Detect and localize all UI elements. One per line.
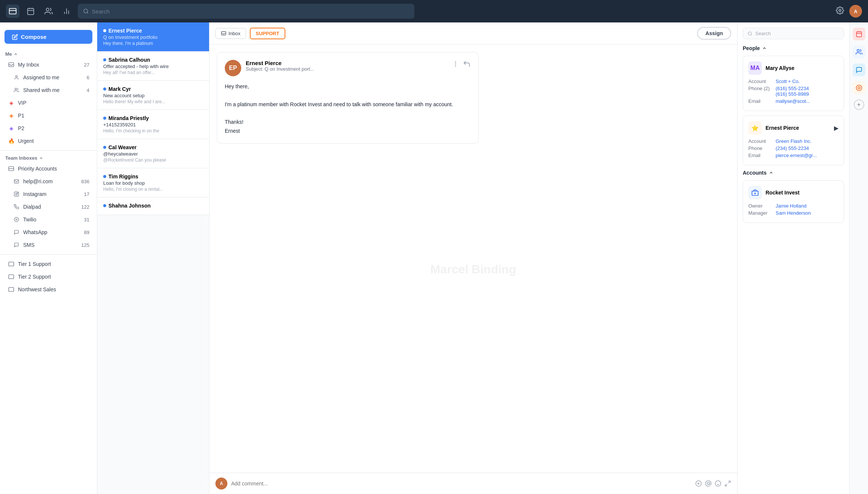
add-icon[interactable]	[695, 480, 702, 487]
right-panel: People MA Mary Allyse Account Scott + Co…	[737, 22, 849, 494]
sidebar-item-vip[interactable]: ◈ VIP	[2, 97, 95, 109]
sidebar-divider-2	[0, 254, 97, 255]
support-tag[interactable]: SUPPORT	[250, 28, 285, 39]
sidebar-item-sms[interactable]: SMS 125	[2, 239, 95, 251]
analytics-nav-icon[interactable]	[60, 4, 73, 18]
svg-rect-0	[9, 9, 16, 14]
sidebar-item-instagram[interactable]: Instagram 17	[2, 188, 95, 200]
calendar-rail-icon[interactable]	[853, 28, 865, 40]
unread-dot	[103, 58, 106, 61]
svg-rect-29	[856, 32, 862, 37]
svg-rect-1	[28, 9, 34, 15]
p1-icon: ◈	[7, 112, 15, 119]
inbox-nav-icon[interactable]	[6, 4, 19, 18]
sidebar-item-p2[interactable]: ◈ P2	[2, 122, 95, 134]
sidebar-item-tier1[interactable]: Tier 1 Support	[2, 258, 95, 270]
sidebar-item-twilio[interactable]: Twilio 31	[2, 214, 95, 225]
whatsapp-icon	[13, 228, 20, 236]
sidebar-item-dialpad[interactable]: Dialpad 122	[2, 201, 95, 213]
user-avatar[interactable]: A	[849, 5, 862, 18]
more-options-icon[interactable]	[452, 61, 459, 67]
sidebar-item-urgent[interactable]: 🔥 Urgent	[2, 135, 95, 147]
account-card-rocket: Rocket Invest Owner Jamie Holland Manage…	[743, 180, 844, 223]
svg-rect-15	[9, 262, 13, 266]
svg-point-20	[455, 64, 456, 64]
sidebar-item-help-email[interactable]: help@ri.com 836	[2, 175, 95, 187]
dialpad-icon	[13, 203, 20, 211]
svg-point-23	[707, 482, 709, 485]
svg-point-3	[84, 9, 88, 13]
twilio-icon	[13, 216, 20, 223]
mention-icon[interactable]	[705, 480, 712, 487]
svg-point-2	[46, 8, 49, 11]
unread-dot	[103, 29, 106, 32]
reply-icon[interactable]	[463, 60, 471, 68]
contacts-nav-icon[interactable]	[42, 4, 55, 18]
right-search-bar[interactable]	[743, 28, 844, 39]
conversation-list: Ernest Pierce Q on Investment portfolio …	[97, 22, 209, 494]
account-header-rocket: Rocket Invest	[748, 186, 838, 199]
conv-item-2[interactable]: Mark Cyr New account setup Hello there! …	[97, 81, 209, 110]
svg-point-13	[14, 217, 19, 222]
person-card-mary: MA Mary Allyse Account Scott + Co. Phone…	[743, 56, 844, 111]
emoji-icon[interactable]	[715, 480, 721, 487]
person-details-mary: Account Scott + Co. Phone (2) (616) 555-…	[748, 79, 838, 104]
conv-item-0[interactable]: Ernest Pierce Q on Investment portfolio …	[97, 22, 209, 52]
message-actions[interactable]	[452, 60, 471, 68]
svg-point-4	[839, 9, 841, 12]
contacts-rail-icon[interactable]	[853, 46, 865, 58]
unread-dot	[103, 204, 106, 207]
main-content: Inbox SUPPORT Assign EP Ernest Pierce Su…	[209, 22, 737, 494]
comment-input[interactable]	[231, 481, 691, 487]
global-search-input[interactable]	[92, 8, 409, 15]
main-layout: Compose Me My Inbox 27 Assigned to me 6 …	[0, 22, 868, 494]
top-nav: A	[0, 0, 868, 22]
conv-item-5[interactable]: Tim Riggins Loan for body shop Hello, I'…	[97, 168, 209, 197]
expand-icon[interactable]	[724, 480, 731, 487]
sidebar-item-whatsapp[interactable]: WhatsApp 89	[2, 226, 95, 238]
conv-item-6[interactable]: Shahna Johnson	[97, 197, 209, 215]
accounts-collapse-icon[interactable]	[769, 171, 773, 175]
svg-rect-16	[9, 275, 13, 279]
people-collapse-icon[interactable]	[762, 46, 767, 50]
hubspot-rail-icon[interactable]	[853, 82, 865, 94]
svg-point-7	[15, 88, 17, 90]
sidebar-item-priority-accounts[interactable]: Priority Accounts	[2, 163, 95, 175]
tier2-icon	[7, 273, 15, 280]
message-body-text: Hey there, I'm a platinum member with Ro…	[225, 82, 471, 136]
account-details-rocket: Owner Jamie Holland Manager Sam Henderso…	[748, 203, 838, 216]
sidebar-item-my-inbox[interactable]: My Inbox 27	[2, 59, 95, 71]
message-header: EP Ernest Pierce Subject: Q on Investmen…	[225, 60, 471, 76]
me-section-label: Me	[0, 50, 97, 58]
conv-name-3: Miranda Priestly	[103, 115, 203, 121]
commenter-avatar: A	[215, 478, 227, 490]
conv-item-3[interactable]: Miranda Priestly +14152359201 Hello, I'm…	[97, 110, 209, 139]
global-search-bar[interactable]	[78, 4, 414, 19]
sidebar-item-tier2[interactable]: Tier 2 Support	[2, 271, 95, 283]
urgent-icon: 🔥	[7, 137, 15, 145]
svg-point-6	[16, 76, 18, 77]
conversation-header: Inbox SUPPORT Assign	[209, 22, 737, 45]
sidebar-item-p1[interactable]: ◈ P1	[2, 110, 95, 122]
message-sender-avatar: EP	[225, 60, 241, 76]
sidebar-item-northwest[interactable]: Northwest Sales	[2, 283, 95, 295]
person-header-mary: MA Mary Allyse	[748, 61, 838, 75]
right-search-input[interactable]	[755, 31, 839, 36]
conv-item-4[interactable]: Cal Weaver @heycalweaver @RocketInvest C…	[97, 139, 209, 168]
settings-icon[interactable]	[836, 6, 844, 16]
compose-button[interactable]: Compose	[4, 30, 92, 44]
unread-dot	[103, 175, 106, 178]
sms-icon	[13, 241, 20, 249]
calendar-nav-icon[interactable]	[24, 4, 37, 18]
conv-name-1: Sabrina Calhoun	[103, 57, 203, 63]
svg-point-14	[16, 219, 17, 220]
arrow-icon: ▶	[834, 125, 838, 132]
conv-item-1[interactable]: Sabrina Calhoun Offer accepted - help wi…	[97, 52, 209, 81]
sidebar-item-shared-with-me[interactable]: Shared with me 4	[2, 84, 95, 96]
chat-rail-icon[interactable]	[853, 64, 865, 76]
unread-dot	[103, 88, 106, 90]
add-integration-button[interactable]: +	[854, 99, 864, 110]
assign-button[interactable]: Assign	[697, 27, 731, 40]
inbox-tag[interactable]: Inbox	[215, 28, 246, 39]
sidebar-item-assigned-to-me[interactable]: Assigned to me 6	[2, 71, 95, 83]
